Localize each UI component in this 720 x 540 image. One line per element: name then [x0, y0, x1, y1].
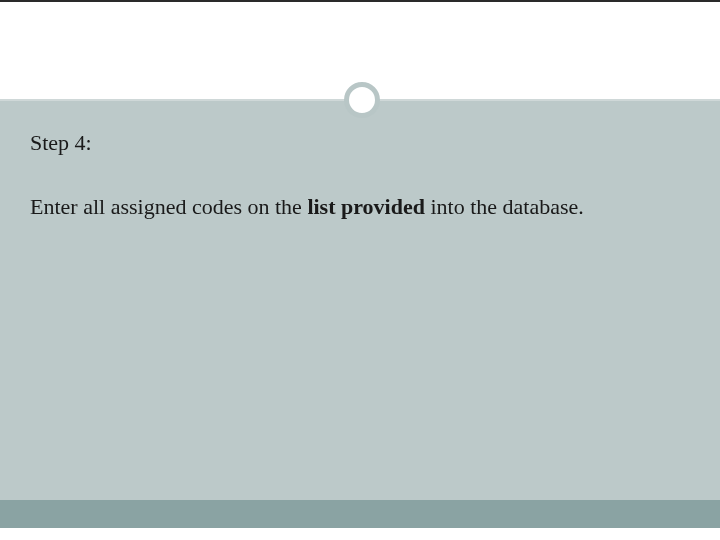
slide: Step 4: Enter all assigned codes on the …: [0, 0, 720, 540]
step-title: Step 4:: [30, 128, 690, 158]
body-text-post: into the database.: [425, 194, 584, 219]
body-text-pre: Enter all assigned codes on the: [30, 194, 307, 219]
content-area: Step 4: Enter all assigned codes on the …: [30, 128, 690, 221]
body-text-bold: list provided: [307, 194, 425, 219]
footer-band: [0, 500, 720, 528]
ring-icon: [344, 82, 380, 118]
body-text: Enter all assigned codes on the list pro…: [30, 192, 690, 222]
bottom-strip: [0, 528, 720, 540]
